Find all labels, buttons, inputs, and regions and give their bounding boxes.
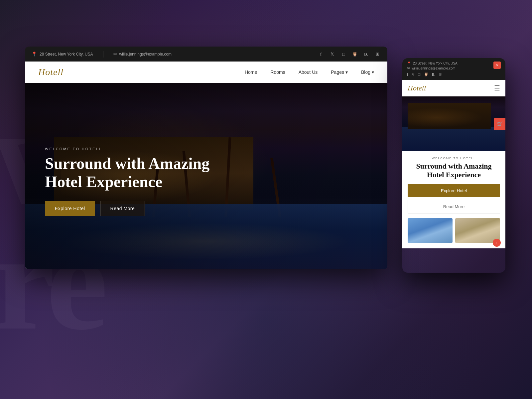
browser-topbar: 📍 28 Street, New York City, USA ✉ willie… <box>25 47 387 62</box>
mobile-thumbnails <box>408 218 500 243</box>
instagram-icon[interactable]: ◻ <box>340 51 347 58</box>
mobile-email-row: ✉ willie.jennings@example.com <box>407 66 501 70</box>
mobile-hero-title: Surround with Amazing Hotel Experience <box>408 162 500 180</box>
email-text: willie.jennings@example.com <box>119 52 172 57</box>
nav-rooms[interactable]: Rooms <box>270 69 285 75</box>
mobile-read-more-button[interactable]: Read More <box>408 200 500 213</box>
mobile-facebook-icon[interactable]: f <box>407 72 408 76</box>
hotels-icon[interactable]: ⊞ <box>374 51 381 58</box>
nav-home[interactable]: Home <box>245 69 257 75</box>
mobile-logo: Hotell <box>408 84 426 92</box>
hero-buttons: Explore Hotel Read More <box>45 201 218 216</box>
mobile-instagram-icon[interactable]: ◻ <box>418 72 421 76</box>
social-links: f 𝕏 ◻ 🦉 B. ⊞ <box>318 51 381 58</box>
mobile-email-icon: ✉ <box>407 66 410 70</box>
pages-dropdown-icon: ▾ <box>345 69 348 75</box>
read-more-button[interactable]: Read More <box>100 201 145 216</box>
nav-pages[interactable]: Pages ▾ <box>331 69 348 75</box>
nav-blog[interactable]: Blog ▾ <box>361 69 374 75</box>
hero-subtitle: WELCOME TO HOTELL <box>45 147 218 151</box>
explore-hotel-button[interactable]: Explore Hotel <box>45 201 95 216</box>
mobile-social-row: f 𝕏 ◻ 🦉 B. ⊞ <box>407 72 501 76</box>
mobile-booking-icon[interactable]: B. <box>432 72 435 76</box>
hotel-navbar: Hotell Home Rooms About Us Pages ▾ Blog … <box>25 62 387 83</box>
hero-content: WELCOME TO HOTELL Surround with Amazing … <box>45 147 218 216</box>
mobile-navbar: Hotell ☰ <box>402 80 505 96</box>
mobile-explore-button[interactable]: Explore Hotel <box>408 184 500 197</box>
thumbnail-exterior[interactable] <box>408 218 453 243</box>
mobile-topbar: 📍 28 Street, New York City, USA ✉ willie… <box>402 58 505 80</box>
mobile-location-icon: 📍 <box>407 62 411 65</box>
thumbnail-interior[interactable] <box>455 218 500 243</box>
mobile-browser-window: 📍 28 Street, New York City, USA ✉ willie… <box>402 58 505 273</box>
hotel-logo: Hotell <box>38 67 64 77</box>
facebook-icon[interactable]: f <box>318 51 324 58</box>
mobile-hero-photo <box>402 96 505 151</box>
desktop-browser-window: 📍 28 Street, New York City, USA ✉ willie… <box>25 47 387 269</box>
location-icon: 📍 <box>32 52 37 57</box>
nav-about[interactable]: About Us <box>299 69 318 75</box>
mobile-hero-section: 🛒 <box>402 96 505 151</box>
mobile-address-row: 📍 28 Street, New York City, USA <box>407 62 501 65</box>
more-icon: + <box>496 241 498 245</box>
mobile-hotels-icon[interactable]: ⊞ <box>439 72 442 76</box>
close-icon: ✕ <box>496 64 498 67</box>
mobile-hero-content: WELCOME TO HOTELL Surround with Amazing … <box>402 151 505 248</box>
hero-section: WELCOME TO HOTELL Surround with Amazing … <box>25 83 387 269</box>
twitter-icon[interactable]: 𝕏 <box>329 51 335 58</box>
hero-title: Surround with Amazing Hotel Experience <box>45 154 218 191</box>
hamburger-menu-button[interactable]: ☰ <box>494 84 500 92</box>
cart-icon: 🛒 <box>497 121 503 127</box>
topbar-divider <box>103 51 103 58</box>
address-info: 📍 28 Street, New York City, USA <box>32 52 93 57</box>
hotel-website: Hotell Home Rooms About Us Pages ▾ Blog … <box>25 62 387 269</box>
booking-icon[interactable]: B. <box>363 51 369 58</box>
nav-links: Home Rooms About Us Pages ▾ Blog ▾ <box>245 69 374 75</box>
mobile-cart-button[interactable]: 🛒 <box>494 118 505 130</box>
mobile-pool <box>402 127 505 151</box>
mobile-more-button[interactable]: + <box>493 239 501 247</box>
mobile-email: willie.jennings@example.com <box>412 66 455 70</box>
mobile-hero-subtitle: WELCOME TO HOTELL <box>408 157 500 160</box>
tripadvisor-icon[interactable]: 🦉 <box>351 51 358 58</box>
blog-dropdown-icon: ▾ <box>372 69 374 75</box>
mobile-address: 28 Street, New York City, USA <box>413 62 458 65</box>
mobile-twitter-icon[interactable]: 𝕏 <box>411 72 414 76</box>
mobile-close-button[interactable]: ✕ <box>493 62 501 69</box>
email-info: ✉ willie.jennings@example.com <box>113 52 172 57</box>
address-text: 28 Street, New York City, USA <box>40 52 93 57</box>
mobile-building-glow <box>408 106 491 129</box>
email-icon: ✉ <box>113 52 117 57</box>
mobile-tripadvisor-icon[interactable]: 🦉 <box>424 72 429 76</box>
